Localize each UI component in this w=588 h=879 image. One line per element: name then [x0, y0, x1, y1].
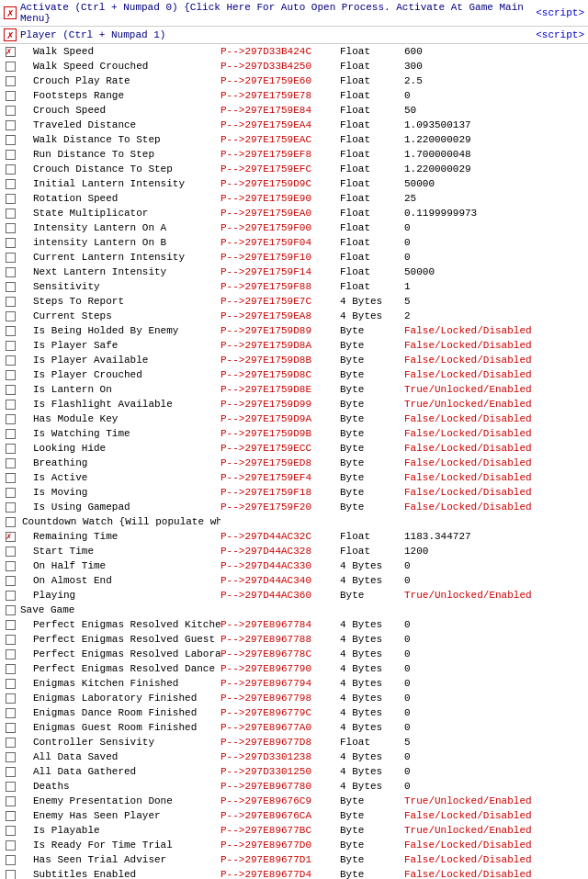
x-icon-1[interactable]: ✗: [4, 6, 17, 19]
row-checkbox[interactable]: [6, 826, 16, 836]
table-row[interactable]: Controller SensivityP-->297E89677D8Float…: [0, 735, 588, 749]
row-checkbox[interactable]: [6, 693, 16, 704]
table-row[interactable]: DeathsP-->297E89677804 Bytes0: [0, 779, 588, 794]
table-row[interactable]: Enigmas Kitchen FinishedP-->297E89677944…: [0, 676, 588, 691]
row-checkbox[interactable]: [6, 444, 16, 454]
table-row[interactable]: Is PlayableP-->297E89677BCByteTrue/Unloc…: [0, 823, 588, 838]
table-row[interactable]: On Half TimeP-->297D44AC3304 Bytes0: [0, 558, 588, 573]
table-row[interactable]: Current StepsP-->297E1759EA84 Bytes2: [0, 309, 588, 323]
row-checkbox[interactable]: [6, 502, 16, 513]
table-row[interactable]: Footsteps RangeP-->297E1759E78Float0: [0, 88, 588, 103]
row-checkbox[interactable]: [6, 76, 16, 86]
row-checkbox[interactable]: [6, 194, 16, 204]
table-row[interactable]: Crouch Distance To StepP-->297E1759EFCFl…: [0, 162, 588, 176]
table-row[interactable]: Is Being Holded By EnemyP-->297E1759D89B…: [0, 323, 588, 338]
table-row[interactable]: Current Lantern IntensityP-->297E1759F10…: [0, 250, 588, 265]
table-row[interactable]: Subtitles EnabledP-->297E89677D4ByteFals…: [0, 867, 588, 879]
table-row[interactable]: Walk SpeedP-->297D33B424CFloat600: [0, 44, 588, 59]
row-checkbox[interactable]: [6, 517, 16, 527]
row-checkbox[interactable]: [6, 341, 16, 351]
table-row[interactable]: Is Player AvailableP-->297E1759D8BByteFa…: [0, 353, 588, 367]
table-row[interactable]: Intensity Lantern On AP-->297E1759F00Flo…: [0, 220, 588, 235]
row-checkbox[interactable]: [6, 135, 16, 145]
table-row[interactable]: Walk Speed CrouchedP-->297D33B4250Float3…: [0, 59, 588, 73]
table-row[interactable]: Is Using GamepadP-->297E1759F20ByteFalse…: [0, 500, 588, 514]
table-row[interactable]: Perfect Enigmas Resolved Guest RoomP-->2…: [0, 632, 588, 647]
row-checkbox[interactable]: [6, 267, 16, 277]
row-checkbox[interactable]: [6, 635, 16, 645]
table-row[interactable]: Is Watching TimeP-->297E1759D9BByteFalse…: [0, 426, 588, 441]
table-row[interactable]: Is MovingP-->297E1759F18ByteFalse/Locked…: [0, 485, 588, 500]
row-checkbox[interactable]: [6, 91, 16, 101]
row-checkbox[interactable]: [6, 238, 16, 248]
row-checkbox[interactable]: [6, 752, 16, 762]
table-row[interactable]: intensity Lantern On BP-->297E1759F04Flo…: [0, 235, 588, 250]
table-row[interactable]: All Data GatheredP-->297D33012504 Bytes0: [0, 764, 588, 779]
row-checkbox[interactable]: [6, 355, 16, 366]
row-checkbox[interactable]: [6, 120, 16, 130]
row-checkbox[interactable]: [6, 311, 16, 321]
table-row[interactable]: Next Lantern IntensityP-->297E1759F14Flo…: [0, 265, 588, 279]
row-checkbox[interactable]: [6, 414, 16, 424]
row-checkbox[interactable]: [6, 664, 16, 674]
table-row[interactable]: Start TimeP-->297D44AC328Float1200: [0, 544, 588, 558]
row-checkbox[interactable]: [6, 400, 16, 410]
row-checkbox[interactable]: [6, 708, 16, 718]
row-checkbox[interactable]: [6, 429, 16, 439]
row-checkbox[interactable]: [6, 811, 16, 821]
row-checkbox[interactable]: [6, 649, 16, 659]
table-row[interactable]: Crouch SpeedP-->297E1759E84Float50: [0, 103, 588, 118]
table-row[interactable]: Initial Lantern IntensityP-->297E1759D9C…: [0, 176, 588, 191]
row-checkbox[interactable]: [6, 547, 16, 557]
row-checkbox[interactable]: [6, 738, 16, 748]
row-checkbox[interactable]: [6, 679, 16, 689]
table-row[interactable]: Steps To ReportP-->297E1759E7C4 Bytes5: [0, 294, 588, 309]
row-checkbox[interactable]: [6, 767, 16, 777]
row-checkbox[interactable]: [6, 576, 16, 586]
table-row[interactable]: On Almost EndP-->297D44AC3404 Bytes0: [0, 573, 588, 588]
row-checkbox[interactable]: [6, 782, 16, 792]
table-row[interactable]: Enigmas Laboratory FinishedP-->297E89677…: [0, 691, 588, 705]
row-checkbox[interactable]: [6, 370, 16, 380]
row-checkbox[interactable]: [6, 870, 16, 880]
row-checkbox[interactable]: [6, 150, 16, 160]
table-row[interactable]: Is Player CrouchedP-->297E1759D8CByteFal…: [0, 367, 588, 382]
row-checkbox[interactable]: [6, 796, 16, 806]
table-row[interactable]: Is Player SafeP-->297E1759D8AByteFalse/L…: [0, 338, 588, 353]
row-checkbox[interactable]: [6, 532, 16, 542]
row-checkbox[interactable]: [6, 47, 16, 57]
table-row[interactable]: Enigmas Guest Room FinishedP-->297E89677…: [0, 720, 588, 735]
table-row[interactable]: Traveled DistanceP-->297E1759EA4Float1.0…: [0, 118, 588, 132]
table-row[interactable]: Is ActiveP-->297E1759EF4ByteFalse/Locked…: [0, 470, 588, 485]
table-row[interactable]: Perfect Enigmas Resolved LaboratoryP-->2…: [0, 647, 588, 661]
table-row[interactable]: Enigmas Dance Room FinishedP-->297E89677…: [0, 705, 588, 720]
row-checkbox[interactable]: [6, 282, 16, 292]
row-checkbox[interactable]: [6, 488, 16, 498]
row-checkbox[interactable]: [6, 208, 16, 219]
row-checkbox[interactable]: [6, 164, 16, 175]
table-row[interactable]: All Data SavedP-->297D33012384 Bytes0: [0, 749, 588, 764]
row-checkbox[interactable]: [6, 106, 16, 116]
row-checkbox[interactable]: [6, 855, 16, 865]
row-checkbox[interactable]: [6, 605, 16, 615]
row-checkbox[interactable]: [6, 385, 16, 395]
row-checkbox[interactable]: [6, 561, 16, 571]
row-checkbox[interactable]: [6, 62, 16, 72]
table-row[interactable]: Remaining TimeP-->297D44AC32CFloat1183.3…: [0, 529, 588, 544]
row-checkbox[interactable]: [6, 591, 16, 601]
row-checkbox[interactable]: [6, 179, 16, 189]
row-checkbox[interactable]: [6, 723, 16, 733]
table-row[interactable]: Is Flashlight AvailableP-->297E1759D99By…: [0, 397, 588, 411]
table-row[interactable]: Perfect Enigmas Resolved KitchenP-->297E…: [0, 617, 588, 632]
x-icon-2[interactable]: ✗: [4, 28, 17, 41]
row-checkbox[interactable]: [6, 473, 16, 483]
table-row[interactable]: Has Module KeyP-->297E1759D9AByteFalse/L…: [0, 411, 588, 426]
table-row[interactable]: Rotation SpeedP-->297E1759E90Float25: [0, 191, 588, 206]
table-row[interactable]: Perfect Enigmas Resolved Dance RoomP-->2…: [0, 661, 588, 676]
table-row[interactable]: PlayingP-->297D44AC360ByteTrue/Unlocked/…: [0, 588, 588, 603]
table-row[interactable]: Save Game: [0, 603, 588, 617]
table-row[interactable]: SensitivityP-->297E1759F88Float1: [0, 279, 588, 294]
table-row[interactable]: State MultiplicatorP-->297E1759EA0Float0…: [0, 206, 588, 220]
table-row[interactable]: Walk Distance To StepP-->297E1759EACFloa…: [0, 132, 588, 147]
table-row[interactable]: Has Seen Trial AdviserP-->297E89677D1Byt…: [0, 852, 588, 867]
